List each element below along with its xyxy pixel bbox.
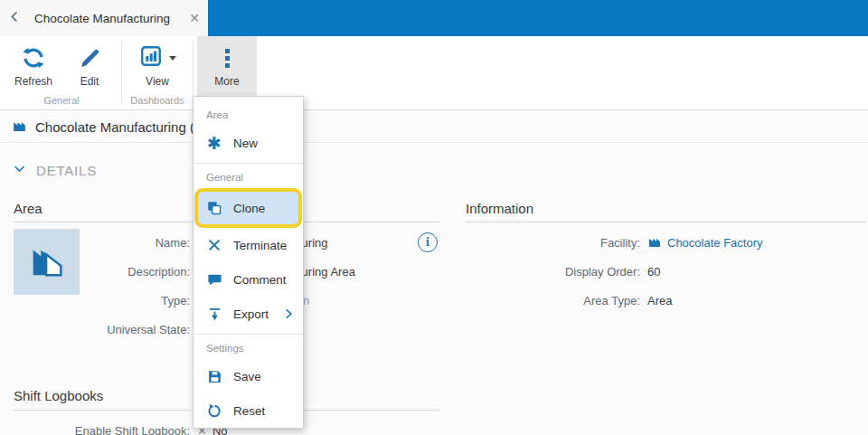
menu-item-label: Clone [233,202,265,215]
menu-item-comment[interactable]: Comment [193,262,303,297]
field-row-universal-state: Universal State: [14,315,197,344]
tabs-scroll-left-button[interactable] [0,0,29,36]
x-icon [206,238,222,252]
menu-section-header-settings: Settings [193,337,303,359]
field-row-description: Description: Chocolate Manufacturing Are… [14,257,355,286]
toolbar-group-general: Refresh Edit General [5,36,118,109]
factory-icon [12,118,27,137]
tab-close-icon[interactable]: ✕ [181,11,208,25]
shift-logbooks-section-title: Shift Logbooks [14,388,103,403]
menu-item-reset[interactable]: Reset [193,393,303,428]
type-label: Type: [14,294,190,307]
menu-item-label: Save [233,370,261,383]
refresh-button[interactable]: Refresh [5,36,61,96]
details-toggle[interactable]: DETAILS [13,162,97,179]
info-icon[interactable]: i [418,232,438,252]
field-row-facility: Facility: Chocolate Factory [466,228,763,257]
more-context-menu: Area ✱ New General Clone Terminate [193,96,304,429]
view-button[interactable]: View [126,36,189,96]
universal-state-label: Universal State: [14,323,190,336]
edit-button[interactable]: Edit [61,36,118,96]
view-label: View [146,75,169,88]
menu-item-label: Reset [233,404,265,418]
asterisk-icon: ✱ [206,135,222,152]
tab-bar: Chocolate Manufacturing ✕ [0,0,868,36]
enable-shift-logbook-label: Enable Shift Logbook: [14,424,190,435]
toolbar-separator [193,41,193,104]
toolbar: Refresh Edit General [0,36,868,110]
menu-section-header-general: General [193,166,303,188]
clone-icon [206,200,222,216]
display-order-value: 60 [640,265,660,279]
toolbar-group-dashboards: View Dashboards [126,36,189,109]
menu-item-save[interactable]: Save [193,359,303,393]
area-section-title: Area [14,201,42,216]
active-tab[interactable]: Chocolate Manufacturing ✕ [0,0,208,36]
more-button[interactable]: More [197,36,257,96]
menu-item-label: New [233,137,258,150]
menu-item-label: Terminate [233,239,287,252]
menu-item-label: Comment [233,273,287,287]
save-icon [206,369,222,384]
kebab-icon [225,44,230,71]
description-label: Description: [14,265,190,279]
menu-item-label: Export [233,307,269,321]
display-order-label: Display Order: [466,265,640,279]
toolbar-separator [121,41,122,104]
menu-divider [193,163,303,164]
more-label: More [214,75,239,88]
toolbar-group-label-general: General [5,95,118,106]
field-row-display-order: Display Order: 60 [466,257,660,286]
menu-item-new[interactable]: ✱ New [193,126,303,160]
menu-item-clone[interactable]: Clone [198,192,298,224]
refresh-label: Refresh [14,75,52,88]
bar-chart-icon [139,44,163,71]
tab-label: Chocolate Manufacturing [29,12,181,25]
facility-value-link[interactable]: Chocolate Factory [667,236,763,250]
information-section-title: Information [466,201,533,216]
edit-label: Edit [80,75,99,88]
view-dropdown-caret-icon [169,56,176,61]
menu-divider [193,334,303,335]
area-type-label: Area Type: [466,294,640,307]
facility-label: Facility: [466,236,640,250]
area-type-value: Area [640,294,672,307]
toolbar-group-label-dashboards: Dashboards [126,95,189,106]
details-label: DETAILS [36,163,97,178]
pencil-icon [79,44,101,71]
page-header: Chocolate Manufacturing (Active) [0,111,868,143]
field-row-area-type: Area Type: Area [466,286,672,315]
menu-item-export[interactable]: Export [193,297,303,331]
name-label: Name: [14,236,190,250]
chevron-right-icon [282,307,295,320]
chevron-left-icon [8,10,22,27]
menu-item-terminate[interactable]: Terminate [193,228,303,262]
comment-icon [206,272,222,288]
menu-section-header-area: Area [193,104,303,126]
factory-icon [647,234,662,251]
information-section-rule [466,222,866,222]
refresh-icon [22,44,45,71]
reset-icon [206,403,222,419]
download-icon [206,307,222,322]
chevron-down-icon [13,162,26,179]
clone-highlight-ring: Clone [194,188,302,228]
